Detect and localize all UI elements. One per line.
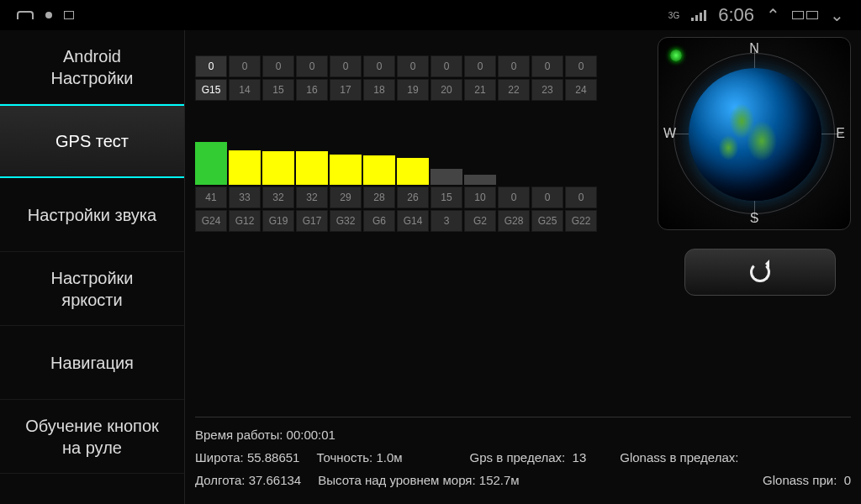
sat-cell: G25 bbox=[531, 210, 563, 232]
sidebar-item-android-settings[interactable]: Android Настройки bbox=[0, 30, 184, 104]
sat-cell: 0 bbox=[430, 55, 462, 77]
sat-cell: 0 bbox=[397, 55, 429, 77]
sat-cell: 33 bbox=[229, 186, 261, 208]
compass-s: S bbox=[750, 211, 759, 226]
sat-cell: 0 bbox=[464, 55, 496, 77]
lon-value: 37.66134 bbox=[249, 473, 302, 487]
network-label: 3G bbox=[668, 11, 679, 20]
sat-cell: G19 bbox=[262, 210, 294, 232]
clock: 6:06 bbox=[718, 4, 754, 26]
sat-cell: 24 bbox=[565, 79, 597, 101]
window-icon bbox=[64, 11, 74, 19]
sat-cell: 14 bbox=[229, 79, 261, 101]
signal-bar bbox=[464, 175, 496, 185]
alt-value: 152.7м bbox=[479, 473, 520, 487]
sat-cell: 23 bbox=[531, 79, 563, 101]
sat-cell: 10 bbox=[464, 186, 496, 208]
sat-cell: 32 bbox=[296, 186, 328, 208]
alt-label: Высота над уровнем моря: bbox=[318, 473, 475, 487]
sat-cell: 0 bbox=[565, 186, 597, 208]
chevron-down-icon[interactable]: ⌄ bbox=[830, 5, 844, 25]
sat-cell: 0 bbox=[330, 55, 362, 77]
status-led-icon bbox=[670, 50, 682, 61]
uptime-label: Время работы: bbox=[195, 428, 283, 442]
sidebar-item-navigation[interactable]: Навигация bbox=[0, 326, 184, 400]
sat-cell: 19 bbox=[397, 79, 429, 101]
sat-cell: G28 bbox=[498, 210, 530, 232]
gps-in-label: Gps в пределах: bbox=[470, 450, 566, 465]
sat-cell: 17 bbox=[330, 79, 362, 101]
signal-bar bbox=[397, 158, 429, 185]
sat-cell: 21 bbox=[464, 79, 496, 101]
home-icon bbox=[17, 11, 34, 19]
sidebar: Android Настройки GPS тест Настройки зву… bbox=[0, 30, 185, 504]
sat-cell: G2 bbox=[464, 210, 496, 232]
chevron-up-icon[interactable]: ⌃ bbox=[766, 5, 780, 25]
content-area: 000000000000 G151415161718192021222324 4… bbox=[185, 30, 861, 504]
sat-cell: G14 bbox=[397, 210, 429, 232]
sat-cell: 26 bbox=[397, 186, 429, 208]
lat-label: Широта: bbox=[195, 450, 244, 465]
sat-cell: 16 bbox=[296, 79, 328, 101]
sat-cell: 0 bbox=[195, 55, 227, 77]
gps-in-value: 13 bbox=[573, 450, 587, 465]
compass-n: N bbox=[749, 41, 759, 56]
acc-label: Точность: bbox=[316, 450, 372, 465]
globe-icon bbox=[689, 68, 821, 201]
status-bar: 3G 6:06 ⌃ ⌄ bbox=[0, 0, 861, 30]
signal-bar bbox=[195, 142, 227, 185]
lon-label: Долгота: bbox=[195, 473, 245, 487]
signal-bar bbox=[262, 151, 294, 185]
sat-cell: 0 bbox=[296, 55, 328, 77]
sat-cell: G15 bbox=[195, 79, 227, 101]
lat-value: 55.88651 bbox=[247, 450, 300, 465]
signal-icon bbox=[691, 10, 706, 21]
sat-cell: 15 bbox=[262, 79, 294, 101]
compass-w: W bbox=[663, 126, 676, 141]
glo-in-label: Glonass в пределах: bbox=[620, 450, 738, 465]
sidebar-item-sound-settings[interactable]: Настройки звука bbox=[0, 178, 184, 252]
sat-cell: 0 bbox=[531, 186, 563, 208]
sat-cell: 32 bbox=[262, 186, 294, 208]
sat-cell: 0 bbox=[565, 55, 597, 77]
sat-cell: G17 bbox=[296, 210, 328, 232]
sat-cell: 22 bbox=[498, 79, 530, 101]
glo-at-value: 0 bbox=[844, 473, 851, 487]
sidebar-item-brightness-settings[interactable]: Настройки яркости bbox=[0, 252, 184, 326]
acc-value: 1.0м bbox=[376, 450, 402, 465]
sat-cell: 3 bbox=[430, 210, 462, 232]
info-panel: Время работы: 00:00:01 Широта: 55.88651 … bbox=[195, 417, 851, 496]
glo-at-label: Glonass при: bbox=[763, 473, 837, 487]
sat-cell: 20 bbox=[430, 79, 462, 101]
sat-cell: 41 bbox=[195, 186, 227, 208]
sat-cell: G22 bbox=[565, 210, 597, 232]
sat-cell: 28 bbox=[363, 186, 395, 208]
sat-cell: 0 bbox=[363, 55, 395, 77]
record-icon bbox=[45, 12, 52, 18]
signal-bar bbox=[229, 150, 261, 185]
sat-cell: 15 bbox=[430, 186, 462, 208]
compass-widget: N S E W bbox=[658, 37, 851, 230]
signal-bar bbox=[330, 155, 362, 185]
sat-cell: 18 bbox=[363, 79, 395, 101]
refresh-button[interactable] bbox=[684, 249, 836, 296]
sidebar-item-steering-wheel[interactable]: Обучение кнопок на руле bbox=[0, 400, 184, 474]
compass-e: E bbox=[836, 126, 845, 141]
sat-cell: 0 bbox=[262, 55, 294, 77]
sat-cell: 0 bbox=[531, 55, 563, 77]
signal-bar bbox=[430, 169, 462, 185]
sat-cell: 0 bbox=[498, 55, 530, 77]
sat-cell: G6 bbox=[363, 210, 395, 232]
sat-cell: G32 bbox=[330, 210, 362, 232]
sat-cell: 0 bbox=[498, 186, 530, 208]
sidebar-item-gps-test[interactable]: GPS тест bbox=[0, 104, 184, 178]
sat-cell: G24 bbox=[195, 210, 227, 232]
signal-bar bbox=[296, 151, 328, 185]
sat-cell: G12 bbox=[229, 210, 261, 232]
signal-bar bbox=[363, 155, 395, 185]
uptime-value: 00:00:01 bbox=[287, 428, 335, 442]
sat-cell: 29 bbox=[330, 186, 362, 208]
sat-cell: 0 bbox=[229, 55, 261, 77]
recent-apps-icon[interactable] bbox=[792, 11, 818, 19]
refresh-icon bbox=[750, 262, 770, 282]
